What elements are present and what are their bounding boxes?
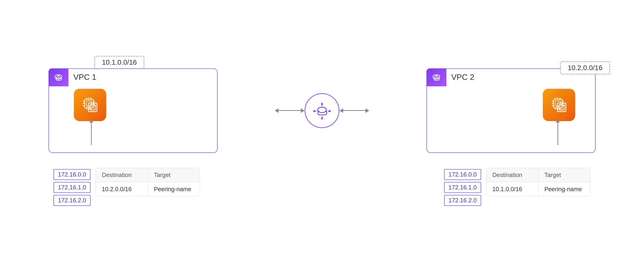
svg-rect-45 bbox=[557, 103, 566, 112]
left-subnet-1: 172.16.0.0 bbox=[54, 169, 90, 180]
left-route-table: Destination Target 10.2.0.0/16 Peering-n… bbox=[96, 168, 200, 196]
right-route-table: Destination Target 10.1.0.0/16 Peering-n… bbox=[486, 168, 590, 196]
right-rt-col1-header: Destination bbox=[486, 168, 538, 182]
left-vpc-icon-box bbox=[48, 68, 68, 86]
right-arrow-head bbox=[556, 119, 560, 122]
left-rt-target: Peering-name bbox=[148, 182, 200, 196]
right-rt-col2-header: Target bbox=[538, 168, 590, 182]
left-rt-row: 10.2.0.0/16 Peering-name bbox=[96, 182, 200, 196]
right-arrow-head-h bbox=[340, 108, 343, 113]
left-cidr-text: 10.1.0.0/16 bbox=[102, 58, 137, 66]
left-arrow-head-h bbox=[275, 108, 278, 113]
svg-marker-27 bbox=[329, 110, 331, 112]
right-arrow-line bbox=[558, 122, 558, 145]
left-rt-col1-header: Destination bbox=[96, 168, 148, 182]
right-cidr-text: 10.2.0.0/16 bbox=[568, 64, 602, 72]
left-cidr-label: 10.1.0.0/16 bbox=[94, 56, 144, 69]
left-subnet-3: 172.16.2.0 bbox=[54, 195, 90, 206]
main-container: 10.1.0.0/16 VPC 1 bbox=[0, 0, 644, 269]
right-rt-row: 10.1.0.0/16 Peering-name bbox=[486, 182, 590, 196]
left-rt-header: Destination Target bbox=[96, 168, 200, 182]
right-h-arrow bbox=[340, 108, 369, 113]
svg-marker-21 bbox=[321, 102, 323, 104]
left-arrow-head bbox=[89, 119, 93, 122]
right-subnet-labels: 172.16.0.0 172.16.1.0 172.16.2.0 bbox=[444, 169, 481, 206]
right-rt-destination: 10.1.0.0/16 bbox=[486, 182, 538, 196]
left-vpc-box: VPC 1 bbox=[48, 68, 218, 153]
right-rt-header: Destination Target bbox=[486, 168, 590, 182]
vpc-cloud-icon bbox=[53, 72, 64, 83]
peering-icon bbox=[311, 100, 333, 122]
right-rt-target: Peering-name bbox=[538, 182, 590, 196]
vpcs-row: 10.1.0.0/16 VPC 1 bbox=[48, 64, 596, 158]
svg-point-2 bbox=[58, 75, 59, 76]
right-vpc-title: VPC 2 bbox=[451, 72, 474, 82]
svg-marker-23 bbox=[321, 118, 323, 120]
left-instance-icon bbox=[74, 89, 106, 121]
right-arrow-tail-h bbox=[366, 108, 369, 113]
right-instance-icon bbox=[543, 89, 575, 121]
right-route-group: 172.16.0.0 172.16.1.0 172.16.2.0 Destina… bbox=[444, 168, 590, 206]
vpc-cloud-icon-right bbox=[431, 72, 442, 83]
svg-rect-17 bbox=[88, 103, 97, 112]
right-vpc-box: 10.2.0.0/16 VPC 2 bbox=[426, 68, 596, 153]
svg-marker-25 bbox=[313, 110, 315, 112]
right-cidr-label: 10.2.0.0/16 bbox=[560, 62, 610, 74]
svg-point-30 bbox=[436, 75, 437, 76]
peering-circle bbox=[304, 93, 340, 128]
left-vpc-header: VPC 1 bbox=[48, 68, 96, 86]
left-h-arrow bbox=[275, 108, 304, 113]
right-arrow-line-h bbox=[343, 110, 366, 111]
right-subnet-2: 172.16.1.0 bbox=[444, 182, 481, 193]
right-vpc-icon-box bbox=[426, 68, 446, 86]
right-subnet-3: 172.16.2.0 bbox=[444, 195, 481, 206]
left-arrow-tail-h bbox=[301, 108, 304, 113]
left-compute-icon bbox=[80, 94, 101, 115]
left-rt-destination: 10.2.0.0/16 bbox=[96, 182, 148, 196]
left-vpc-title: VPC 1 bbox=[73, 72, 96, 82]
left-subnet-2: 172.16.1.0 bbox=[54, 182, 90, 193]
middle-area bbox=[218, 93, 426, 128]
diagram-area: 10.1.0.0/16 VPC 1 bbox=[48, 64, 596, 206]
left-subnet-labels: 172.16.0.0 172.16.1.0 172.16.2.0 bbox=[54, 169, 90, 206]
left-arrow-up bbox=[89, 119, 93, 145]
left-route-group: 172.16.0.0 172.16.1.0 172.16.2.0 Destina… bbox=[54, 168, 200, 206]
right-subnet-1: 172.16.0.0 bbox=[444, 169, 481, 180]
bottom-row: 172.16.0.0 172.16.1.0 172.16.2.0 Destina… bbox=[48, 168, 596, 206]
svg-point-19 bbox=[318, 107, 326, 112]
right-vpc-header: VPC 2 bbox=[426, 68, 474, 86]
left-arrow-line-h bbox=[278, 110, 301, 111]
left-rt-col2-header: Target bbox=[148, 168, 200, 182]
left-arrow-line bbox=[91, 122, 92, 145]
right-compute-icon bbox=[548, 94, 570, 115]
right-arrow-up bbox=[556, 119, 560, 145]
